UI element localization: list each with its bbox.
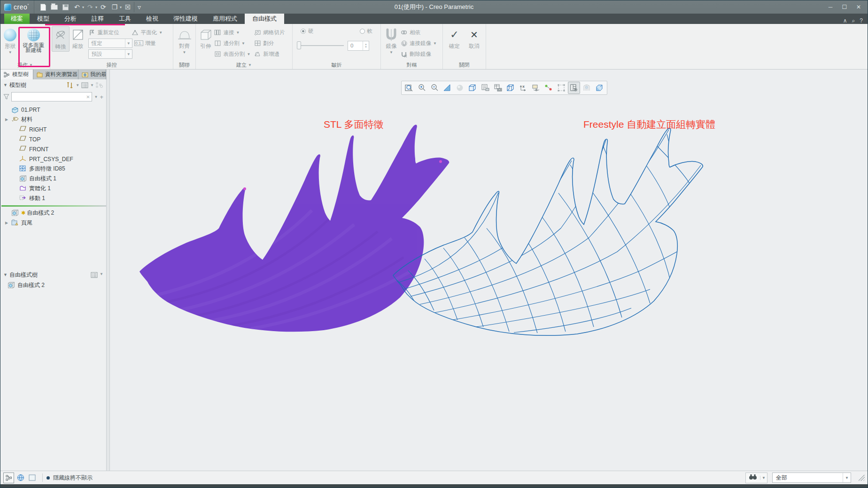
resize-grip[interactable] xyxy=(859,475,865,481)
collapse-ribbon-icon[interactable]: ∧ xyxy=(843,17,847,24)
search-options-caret[interactable]: ▼ xyxy=(94,95,98,99)
windows-caret[interactable]: ▾ xyxy=(120,5,122,9)
tab-model[interactable]: 模型 xyxy=(30,14,57,24)
command-search-icon[interactable]: ⌕ xyxy=(852,17,855,24)
saved-orientations-icon[interactable] xyxy=(466,82,479,94)
crease-slider[interactable] xyxy=(297,41,344,50)
new-file-button[interactable] xyxy=(38,2,48,12)
connect-mirror-button[interactable]: 連接鏡像 xyxy=(410,40,431,47)
zoom-in-icon[interactable] xyxy=(416,82,428,94)
edge-split-button[interactable]: 邊分割 xyxy=(223,40,240,47)
selection-filter-dropdown[interactable]: 全部 ▼ xyxy=(772,473,851,483)
mirror-button[interactable]: 鏡像 ▼ xyxy=(382,26,400,55)
tab-folder-browser[interactable]: 資料夾瀏覽器 xyxy=(33,70,78,79)
regenerate-button[interactable]: ⟳ xyxy=(98,2,108,12)
planarize-button[interactable]: 平面化 xyxy=(141,29,157,36)
tree-item-csys[interactable]: PRT_CSYS_DEF xyxy=(0,154,106,164)
preset-dropdown-caret[interactable]: ▼ xyxy=(125,50,132,58)
freestyle-tree-item[interactable]: 自由樣式 2 xyxy=(0,280,106,290)
close-window-button[interactable]: ☒ xyxy=(123,2,133,12)
shading-icon[interactable] xyxy=(454,82,466,94)
expand-arrow[interactable]: ▶ xyxy=(4,117,9,122)
zoom-window-icon[interactable] xyxy=(403,82,415,94)
rebuild-from-facet-button[interactable]: 從多面重新建構 xyxy=(19,26,48,54)
help-icon[interactable]: ? xyxy=(860,17,863,24)
ok-button[interactable]: ✓ 確定 xyxy=(446,26,463,51)
toggle-fullscreen-button[interactable] xyxy=(27,473,38,483)
tab-annotate[interactable]: 註釋 xyxy=(84,14,111,24)
windows-button[interactable]: ❐ xyxy=(109,2,120,12)
tab-freestyle[interactable]: 自由樣式 xyxy=(245,14,284,24)
display-style-icon[interactable] xyxy=(504,82,517,94)
freestyle-tree-settings-icon[interactable] xyxy=(91,272,98,278)
crease-soft-radio[interactable]: 軟 xyxy=(360,28,373,35)
tree-item-part[interactable]: 01.PRT xyxy=(0,105,106,115)
add-filter-icon[interactable]: + xyxy=(100,93,103,101)
insert-locator-line[interactable] xyxy=(1,205,106,207)
surface-split-caret[interactable]: ▼ xyxy=(247,52,250,56)
crease-spinner-arrows[interactable]: ▲▼ xyxy=(363,41,369,50)
tab-analysis[interactable]: 分析 xyxy=(57,14,84,24)
gallery-icon[interactable] xyxy=(581,82,593,94)
tree-item-move-1[interactable]: 移動 1 xyxy=(0,194,106,203)
tree-item-material[interactable]: ▶ 材料 xyxy=(0,115,106,124)
annotation-display-icon[interactable] xyxy=(530,82,542,94)
tab-applications[interactable]: 應用程式 xyxy=(205,14,245,24)
toggle-navigator-button[interactable] xyxy=(3,473,14,483)
panel-resize-sash[interactable] xyxy=(107,70,110,471)
tree-find-icon[interactable] xyxy=(96,82,103,88)
preset-dropdown[interactable]: 預設▼ xyxy=(88,49,132,59)
tree-settings-icon[interactable] xyxy=(81,82,88,88)
zoom-out-icon[interactable] xyxy=(428,82,441,94)
crease-slider-handle[interactable] xyxy=(297,41,301,49)
datum-display-icon[interactable]: x xyxy=(517,82,529,94)
tree-item-top-plane[interactable]: TOP xyxy=(0,134,106,144)
cancel-button[interactable]: ✕ 取消 xyxy=(466,26,483,51)
save-button[interactable] xyxy=(61,2,71,12)
extrude-button[interactable]: 引伸 xyxy=(197,26,214,51)
group-caption-create[interactable]: 建立▼ xyxy=(196,61,292,69)
capture-icon[interactable] xyxy=(492,82,504,94)
dependent-button[interactable]: 相依 xyxy=(410,29,420,36)
tab-model-tree[interactable]: 模型樹 xyxy=(0,70,33,79)
tree-item-solidify-1[interactable]: 實體化 1 xyxy=(0,184,106,194)
freestyle-tree-collapse-icon[interactable]: ▼ xyxy=(3,272,8,277)
tree-item-freestyle-2[interactable]: ✱ 自由樣式 2 xyxy=(0,208,106,218)
stl-hand[interactable] xyxy=(140,124,449,332)
tree-tools-icon[interactable] xyxy=(66,82,74,88)
tab-favorites[interactable]: 我的最愛 xyxy=(78,70,106,79)
model-tree-collapse-icon[interactable]: ▼ xyxy=(3,83,8,87)
delete-mirror-button[interactable]: 刪除鏡像 xyxy=(410,51,431,58)
undo-button[interactable]: ↶ xyxy=(72,2,82,12)
constraint-dropdown-caret[interactable]: ▼ xyxy=(125,39,132,47)
tab-flexible-modeling[interactable]: 彈性建模 xyxy=(166,14,205,24)
tree-tools-caret[interactable]: ▼ xyxy=(76,83,79,87)
toggle-browser-button[interactable] xyxy=(15,473,26,483)
add-edge-button[interactable]: 新增邊 xyxy=(263,51,279,58)
minimize-button[interactable]: ─ xyxy=(824,2,837,12)
tab-tools[interactable]: 工具 xyxy=(111,14,139,24)
maximize-button[interactable]: ☐ xyxy=(838,2,851,12)
crease-hard-radio[interactable]: 硬 xyxy=(301,28,314,35)
tree-item-front-plane[interactable]: FRONT xyxy=(0,144,106,154)
close-button[interactable]: ✕ xyxy=(852,2,865,12)
customize-qat-button[interactable]: ▿ xyxy=(134,2,144,12)
constraint-dropdown[interactable]: 恆定▼ xyxy=(88,39,132,48)
selection-filter-caret[interactable]: ▼ xyxy=(843,473,851,482)
align-button[interactable]: 對齊 ▼ xyxy=(175,26,194,55)
tab-view[interactable]: 檢視 xyxy=(139,14,166,24)
redo-caret[interactable]: ▾ xyxy=(95,5,97,9)
tree-item-facet-feature[interactable]: 多面特徵 ID85 xyxy=(0,164,106,174)
reposition-button[interactable]: 重新定位 xyxy=(98,29,119,36)
tree-item-right-plane[interactable]: RIGHT xyxy=(0,124,106,134)
connect-mirror-caret[interactable]: ▼ xyxy=(433,41,437,46)
selection-box-icon[interactable] xyxy=(555,82,567,94)
tab-file[interactable]: 檔案 xyxy=(4,14,30,24)
connect-button[interactable]: 連接 xyxy=(223,29,234,36)
convert-button[interactable]: 轉換 xyxy=(52,26,70,52)
undo-caret[interactable]: ▾ xyxy=(82,5,84,9)
tree-search-input[interactable] xyxy=(12,94,84,100)
redo-button[interactable]: ↷ xyxy=(85,2,95,12)
group-caption-operate[interactable]: 操作▼ xyxy=(0,61,50,69)
increment-button[interactable]: 增量 xyxy=(145,40,156,47)
